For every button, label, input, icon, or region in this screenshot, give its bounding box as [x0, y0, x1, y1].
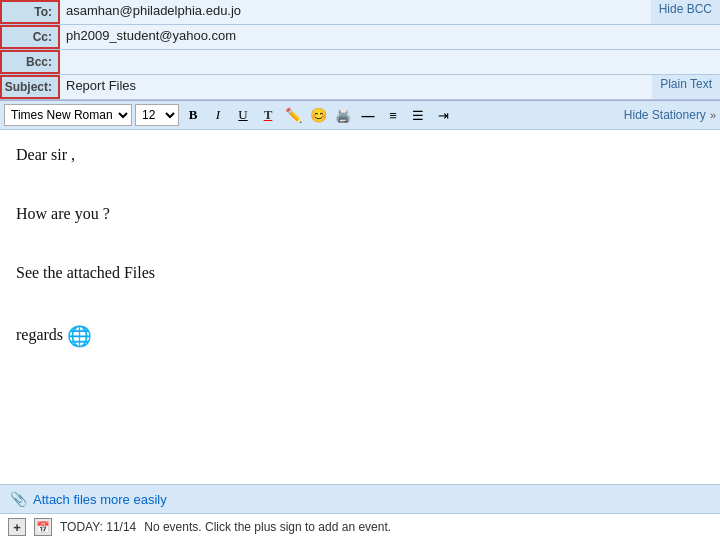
- highlight-button[interactable]: ✏️: [282, 104, 304, 126]
- add-event-button[interactable]: +: [8, 518, 26, 536]
- align-button[interactable]: ≡: [382, 104, 404, 126]
- stationery-arrow-button[interactable]: »: [710, 109, 716, 121]
- today-label: TODAY: 11/14: [60, 520, 136, 534]
- font-color-button[interactable]: T: [257, 104, 279, 126]
- emoji-button[interactable]: 😊: [307, 104, 329, 126]
- subject-label: Subject:: [0, 75, 60, 99]
- body-line-2: [16, 172, 704, 198]
- calendar-bar: + 📅 TODAY: 11/14 No events. Click the pl…: [0, 513, 720, 540]
- attach-link[interactable]: Attach files more easily: [33, 492, 167, 507]
- print-button[interactable]: 🖨️: [332, 104, 354, 126]
- calendar-icon[interactable]: 📅: [34, 518, 52, 536]
- font-size-select[interactable]: 12: [135, 104, 179, 126]
- paperclip-icon: 📎: [10, 491, 27, 507]
- body-line-6: [16, 290, 704, 316]
- hide-stationery-button[interactable]: Hide Stationery: [624, 108, 706, 122]
- bold-button[interactable]: B: [182, 104, 204, 126]
- horizontal-rule-button[interactable]: —: [357, 104, 379, 126]
- formatting-toolbar: Times New Roman 12 B I U T ✏️ 😊 🖨️ — ≡ ☰…: [0, 101, 720, 130]
- body-line-4: [16, 231, 704, 257]
- bcc-row: Bcc:: [0, 50, 720, 75]
- plain-text-button[interactable]: Plain Text: [652, 75, 720, 99]
- cc-value[interactable]: ph2009_student@yahoo.com: [60, 25, 720, 49]
- email-compose-window: To: asamhan@philadelphia.edu.jo Hide BCC…: [0, 0, 720, 540]
- bcc-value[interactable]: [60, 50, 720, 74]
- subject-value[interactable]: Report Files: [60, 75, 652, 99]
- cc-row: Cc: ph2009_student@yahoo.com: [0, 25, 720, 50]
- hide-bcc-button[interactable]: Hide BCC: [651, 0, 720, 24]
- email-body-editor[interactable]: Dear sir , How are you ? See the attache…: [0, 130, 720, 484]
- to-value[interactable]: asamhan@philadelphia.edu.jo: [60, 0, 651, 24]
- indent-button[interactable]: ⇥: [432, 104, 454, 126]
- cc-label: Cc:: [0, 25, 60, 49]
- font-family-select[interactable]: Times New Roman: [4, 104, 132, 126]
- header-fields: To: asamhan@philadelphia.edu.jo Hide BCC…: [0, 0, 720, 101]
- italic-button[interactable]: I: [207, 104, 229, 126]
- attach-bar: 📎 Attach files more easily: [0, 484, 720, 513]
- body-line-1: Dear sir ,: [16, 142, 704, 168]
- regards-text: regards: [16, 325, 63, 342]
- body-line-3: How are you ?: [16, 201, 704, 227]
- stationery-area: Hide Stationery »: [624, 108, 716, 122]
- emoji-world: 🌐: [67, 320, 92, 352]
- calendar-message: No events. Click the plus sign to add an…: [144, 520, 391, 534]
- to-row: To: asamhan@philadelphia.edu.jo Hide BCC: [0, 0, 720, 25]
- subject-row: Subject: Report Files Plain Text: [0, 75, 720, 100]
- underline-button[interactable]: U: [232, 104, 254, 126]
- body-line-5: See the attached Files: [16, 260, 704, 286]
- unordered-list-button[interactable]: ☰: [407, 104, 429, 126]
- to-label: To:: [0, 0, 60, 24]
- bcc-label: Bcc:: [0, 50, 60, 74]
- body-line-7: regards 🌐: [16, 320, 704, 352]
